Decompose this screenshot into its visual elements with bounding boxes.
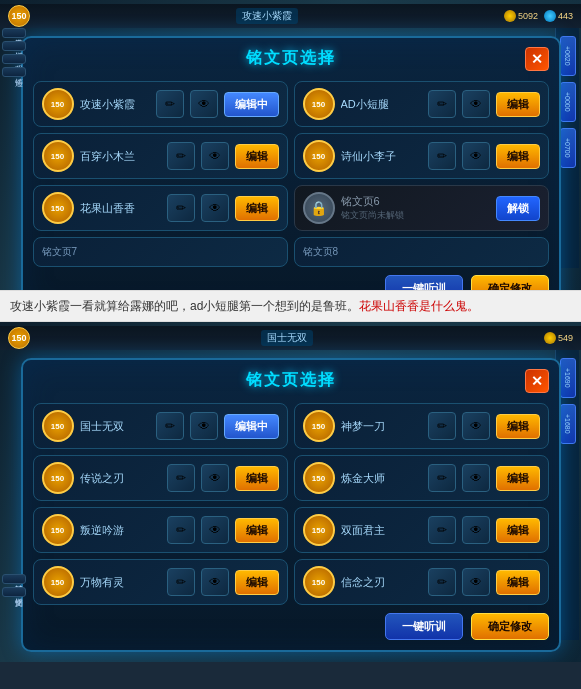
edit-icon-1[interactable]: ✏ xyxy=(156,90,184,118)
eye-icon-2-3[interactable]: 👁 xyxy=(201,464,229,492)
edit-icon-3[interactable]: ✏ xyxy=(167,142,195,170)
hero-name-2: 国士无双 xyxy=(261,330,313,346)
eye-icon-4[interactable]: 👁 xyxy=(462,142,490,170)
edit-btn-2-6[interactable]: 编辑 xyxy=(496,518,540,543)
eye-icon-2-2[interactable]: 👁 xyxy=(462,412,490,440)
eye-icon-2-4[interactable]: 👁 xyxy=(462,464,490,492)
insc-name-2-3: 传说之刃 xyxy=(80,471,161,486)
inscription-card-2-1: 150 国士无双 ✏ 👁 编辑中 xyxy=(33,403,288,449)
eye-icon-2-1[interactable]: 👁 xyxy=(190,412,218,440)
partial-card-2: 铭文页8 xyxy=(294,237,549,267)
edit-btn-1[interactable]: 编辑中 xyxy=(224,92,279,117)
edit-btn-2-8[interactable]: 编辑 xyxy=(496,570,540,595)
insc-level-2-8: 150 xyxy=(303,566,335,598)
insc-level-3: 150 xyxy=(42,140,74,172)
action-btn-listen-2[interactable]: 一键听训 xyxy=(385,613,463,640)
inscription-card-5: 150 花果山香香 ✏ 👁 编辑 xyxy=(33,185,288,231)
insc-name-4: 诗仙小李子 xyxy=(341,149,422,164)
eye-icon-2-8[interactable]: 👁 xyxy=(462,568,490,596)
edit-btn-4[interactable]: 编辑 xyxy=(496,144,540,169)
insc-name-2-4: 炼金大师 xyxy=(341,471,422,486)
side-tab-1[interactable]: 铭文名称 xyxy=(2,28,26,38)
side-tab-4[interactable]: 铸造 xyxy=(2,67,26,77)
edit-btn-2-7[interactable]: 编辑 xyxy=(235,570,279,595)
modal-2: 铭文页选择 ✕ 150 国士无双 ✏ 👁 编辑中 150 神梦一刀 ✏ 👁 编辑 xyxy=(21,358,561,652)
insc-name-2-6: 双面君主 xyxy=(341,523,422,538)
edit-icon-2-6[interactable]: ✏ xyxy=(428,516,456,544)
eye-icon-2-5[interactable]: 👁 xyxy=(201,516,229,544)
edit-icon-2-4[interactable]: ✏ xyxy=(428,464,456,492)
side-tab-3[interactable]: 强化 xyxy=(2,54,26,64)
side-tab-2-1[interactable]: 铭文转移 xyxy=(2,574,26,584)
insc-level-5: 150 xyxy=(42,192,74,224)
eye-icon-2-7[interactable]: 👁 xyxy=(201,568,229,596)
inscription-card-1: 150 攻速小紫霞 ✏ 👁 编辑中 xyxy=(33,81,288,127)
game-frame-2: 150 国士无双 549 铭文转移 铭文拼 +1690 +1680 铭文页选择 … xyxy=(0,322,581,662)
edit-btn-2-2[interactable]: 编辑 xyxy=(496,414,540,439)
action-btn-confirm-2[interactable]: 确定修改 xyxy=(471,613,549,640)
insc-name-5: 花果山香香 xyxy=(80,201,161,216)
edit-icon-2-1[interactable]: ✏ xyxy=(156,412,184,440)
modal-title-bar-2: 铭文页选择 ✕ xyxy=(33,370,549,391)
eye-icon-2[interactable]: 👁 xyxy=(462,90,490,118)
insc-level-2-2: 150 xyxy=(303,410,335,442)
edit-icon-2[interactable]: ✏ xyxy=(428,90,456,118)
edit-icon-2-8[interactable]: ✏ xyxy=(428,568,456,596)
gold-amount: 5092 xyxy=(518,11,538,21)
insc-name-3: 百穿小木兰 xyxy=(80,149,161,164)
locked-title-6: 铭文页6 xyxy=(341,194,490,209)
modal-1: 铭文页选择 ✕ 150 攻速小紫霞 ✏ 👁 编辑中 150 AD小短腿 ✏ 👁 … xyxy=(21,36,561,290)
eye-icon-3[interactable]: 👁 xyxy=(201,142,229,170)
insc-level-2: 150 xyxy=(303,88,335,120)
unlock-btn-6[interactable]: 解锁 xyxy=(496,196,540,221)
level-badge-2: 150 xyxy=(8,327,30,349)
edit-btn-3[interactable]: 编辑 xyxy=(235,144,279,169)
edit-icon-4[interactable]: ✏ xyxy=(428,142,456,170)
inscription-grid-1: 150 攻速小紫霞 ✏ 👁 编辑中 150 AD小短腿 ✏ 👁 编辑 150 百… xyxy=(33,81,549,231)
edit-icon-2-2[interactable]: ✏ xyxy=(428,412,456,440)
game-frame-1: 150 攻速小紫霞 5092 443 铭文名称 铭文拼 强化 铸造 +0620 … xyxy=(0,0,581,290)
insc-name-2-2: 神梦一刀 xyxy=(341,419,422,434)
gold-amount-2: 549 xyxy=(558,333,573,343)
edit-btn-5[interactable]: 编辑 xyxy=(235,196,279,221)
action-btn-confirm-1[interactable]: 确定修改 xyxy=(471,275,549,290)
insc-name-1: 攻速小紫霞 xyxy=(80,97,150,112)
modal-actions-2: 一键听训 确定修改 xyxy=(33,613,549,640)
inscription-card-2: 150 AD小短腿 ✏ 👁 编辑 xyxy=(294,81,549,127)
edit-btn-2-1[interactable]: 编辑中 xyxy=(224,414,279,439)
insc-level-4: 150 xyxy=(303,140,335,172)
diamond-icon xyxy=(544,10,556,22)
edit-btn-2-4[interactable]: 编辑 xyxy=(496,466,540,491)
insc-name-2: AD小短腿 xyxy=(341,97,422,112)
modal-close-1[interactable]: ✕ xyxy=(525,47,549,71)
side-tab-2-2[interactable]: 铭文拼 xyxy=(2,587,26,597)
eye-icon-1[interactable]: 👁 xyxy=(190,90,218,118)
action-btn-listen-1[interactable]: 一键听训 xyxy=(385,275,463,290)
inscription-card-2-6: 150 双面君主 ✏ 👁 编辑 xyxy=(294,507,549,553)
diamond-amount: 443 xyxy=(558,11,573,21)
top-bar-2: 150 国士无双 549 xyxy=(0,326,581,350)
eye-icon-2-6[interactable]: 👁 xyxy=(462,516,490,544)
side-tab-2[interactable]: 铭文拼 xyxy=(2,41,26,51)
edit-icon-2-5[interactable]: ✏ xyxy=(167,516,195,544)
inscription-card-4: 150 诗仙小李子 ✏ 👁 编辑 xyxy=(294,133,549,179)
bottom-partial-1: 铭文页7 铭文页8 xyxy=(33,237,549,267)
edit-btn-2-5[interactable]: 编辑 xyxy=(235,518,279,543)
edit-icon-2-7[interactable]: ✏ xyxy=(167,568,195,596)
edit-icon-2-3[interactable]: ✏ xyxy=(167,464,195,492)
resources-1: 5092 443 xyxy=(504,10,573,22)
diamond-res: 443 xyxy=(544,10,573,22)
resources-2: 549 xyxy=(544,332,573,344)
edit-icon-5[interactable]: ✏ xyxy=(167,194,195,222)
insc-level-2-1: 150 xyxy=(42,410,74,442)
inscription-card-2-7: 150 万物有灵 ✏ 👁 编辑 xyxy=(33,559,288,605)
insc-level-2-3: 150 xyxy=(42,462,74,494)
modal-close-2[interactable]: ✕ xyxy=(525,369,549,393)
edit-btn-2[interactable]: 编辑 xyxy=(496,92,540,117)
insc-level-2-6: 150 xyxy=(303,514,335,546)
eye-icon-5[interactable]: 👁 xyxy=(201,194,229,222)
gold-icon-2 xyxy=(544,332,556,344)
right-tab-2-2: +1680 xyxy=(560,404,576,444)
inscription-card-6: 🔒 铭文页6 铭文页尚未解锁 解锁 xyxy=(294,185,549,231)
edit-btn-2-3[interactable]: 编辑 xyxy=(235,466,279,491)
